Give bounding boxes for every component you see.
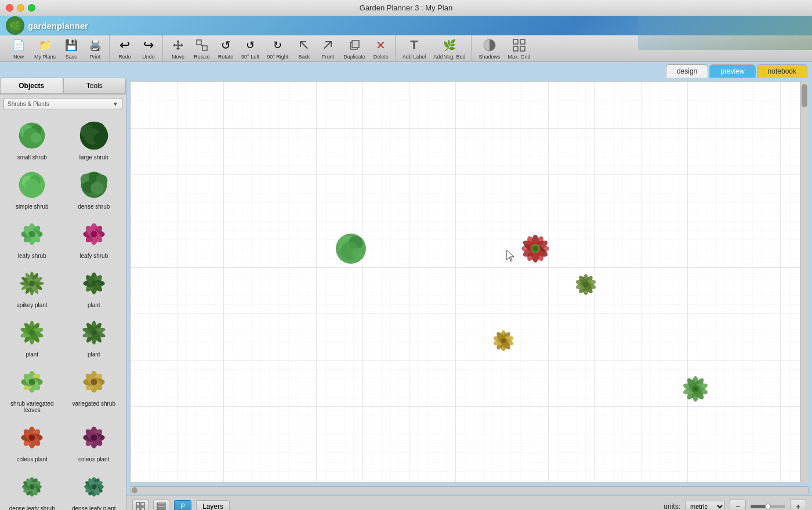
rotate-left-button[interactable]: ↺ 90° Left — [238, 35, 263, 61]
sidebar-tabs: Objects Tools — [0, 78, 126, 94]
my-plans-button[interactable]: 📁 My Plans — [31, 35, 59, 61]
list-item[interactable]: variegated shrub — [64, 362, 124, 416]
list-item[interactable]: plant — [64, 313, 124, 360]
list-item[interactable]: dense leafy plant — [64, 467, 124, 510]
save-button[interactable]: 💾 Save — [60, 35, 83, 61]
layers-button[interactable]: Layers — [196, 500, 230, 511]
zoom-slider[interactable] — [751, 505, 785, 508]
svg-point-132 — [694, 387, 697, 391]
tab-bar: design preview notebook — [0, 62, 812, 78]
list-item[interactable]: spikey plant — [2, 264, 62, 311]
canvas-container[interactable] — [130, 81, 809, 483]
horizontal-scrollbar[interactable] — [130, 486, 809, 494]
rotate-right-button[interactable]: ↻ 90° Right — [263, 35, 292, 61]
list-item[interactable]: simple shrub — [2, 165, 62, 212]
plant-label-shrub-variegated: shrub variegated leaves — [3, 400, 61, 413]
list-item[interactable]: leafy shrub — [2, 214, 62, 261]
view-tools-group: Shadows Max. Grid — [473, 35, 536, 61]
zoom-out-button[interactable]: − — [730, 500, 746, 511]
front-button[interactable]: Front — [316, 35, 339, 61]
list-item[interactable]: small shrub — [2, 116, 62, 163]
list-item[interactable]: plant — [2, 313, 62, 360]
tab-objects[interactable]: Objects — [0, 78, 63, 94]
banner-decoration — [638, 16, 812, 50]
grid-view-button[interactable] — [132, 500, 148, 511]
list-item[interactable]: dense leafy shrub — [2, 467, 62, 510]
plant-label-coleus-2: coleus plant — [78, 456, 109, 462]
svg-point-51 — [91, 280, 96, 286]
add-label-icon: T — [406, 37, 422, 53]
garden-canvas[interactable] — [130, 82, 808, 482]
redo-label: Redo — [118, 54, 131, 60]
back-button[interactable]: Back — [292, 35, 316, 61]
rotate-left-icon: ↺ — [242, 37, 259, 53]
back-icon — [296, 37, 312, 53]
point-mode-button[interactable]: P — [174, 500, 191, 511]
shadows-icon — [481, 37, 498, 53]
window-title: Garden Planner 3 : My Plan — [360, 3, 452, 12]
svg-point-23 — [25, 179, 39, 193]
list-item[interactable]: plant — [64, 264, 124, 311]
new-button[interactable]: 📄 New — [7, 35, 30, 61]
svg-point-19 — [93, 133, 106, 145]
add-label-label: Add Label — [403, 54, 426, 60]
v-scrollbar-thumb[interactable] — [802, 84, 807, 107]
rotate-button[interactable]: ↺ Rotate — [214, 35, 237, 61]
rotate-icon: ↺ — [217, 37, 234, 53]
svg-point-46 — [30, 280, 35, 286]
zoom-in-button[interactable]: + — [790, 500, 806, 511]
add-veg-bed-icon: 🌿 — [441, 37, 458, 53]
vertical-scrollbar[interactable] — [800, 82, 808, 482]
canvas-area: P Layers units: metric imperial − + — [126, 78, 812, 510]
svg-point-90 — [30, 484, 35, 489]
redo-icon: ↩ — [117, 37, 133, 53]
add-label-button[interactable]: T Add Label — [399, 35, 430, 61]
duplicate-label: Duplicate — [343, 54, 365, 60]
redo-button[interactable]: ↩ Redo — [113, 35, 136, 61]
h-scrollbar-thumb[interactable] — [132, 487, 137, 493]
print-button[interactable]: 🖨️ Print — [84, 35, 107, 61]
category-dropdown[interactable]: Shrubs & Plants ▼ — [3, 98, 122, 110]
new-icon: 📄 — [10, 37, 27, 53]
maximize-button[interactable] — [28, 4, 35, 12]
list-item[interactable]: coleus plant — [64, 418, 124, 465]
tab-preview[interactable]: preview — [709, 64, 755, 78]
close-button[interactable] — [6, 4, 13, 12]
plant-label-coleus-1: coleus plant — [17, 456, 48, 462]
tab-design[interactable]: design — [666, 64, 708, 78]
zoom-slider-thumb[interactable] — [765, 504, 771, 509]
add-veg-bed-label: Add Veg. Bed — [433, 54, 465, 60]
plant-grid: small shrub large shrub simple shrub — [0, 114, 126, 510]
plant-icon-leafy-shrub-1 — [14, 217, 49, 252]
svg-rect-139 — [157, 506, 165, 508]
list-item[interactable]: large shrub — [64, 116, 124, 163]
delete-button[interactable]: ✕ Delete — [369, 35, 393, 61]
plant-label-plant-3: plant — [88, 351, 100, 358]
move-button[interactable]: Move — [166, 35, 190, 61]
canvas-plant-1[interactable] — [336, 234, 366, 264]
max-grid-icon — [511, 37, 527, 53]
app-logo-text: gardenplanner — [28, 21, 88, 31]
list-view-button[interactable] — [153, 500, 169, 511]
list-item[interactable]: leafy shrub — [64, 214, 124, 261]
plant-label-variegated-shrub: variegated shrub — [72, 400, 116, 407]
list-item[interactable]: dense shrub — [64, 165, 124, 212]
units-select[interactable]: metric imperial — [685, 501, 725, 511]
duplicate-button[interactable]: Duplicate — [340, 35, 369, 61]
resize-button[interactable]: Resize — [190, 35, 213, 61]
tab-notebook[interactable]: notebook — [757, 64, 807, 78]
plant-label-plant-1: plant — [88, 302, 100, 308]
minimize-button[interactable] — [17, 4, 24, 12]
shadows-button[interactable]: Shadows — [475, 35, 503, 61]
svg-rect-7 — [520, 39, 525, 44]
list-item[interactable]: shrub variegated leaves — [2, 362, 62, 416]
list-item[interactable]: coleus plant — [2, 418, 62, 465]
svg-point-14 — [31, 132, 42, 143]
add-veg-bed-button[interactable]: 🌿 Add Veg. Bed — [430, 35, 469, 61]
rotate-left-label: 90° Left — [241, 54, 259, 60]
tab-tools[interactable]: Tools — [63, 78, 126, 94]
save-label: Save — [66, 54, 78, 60]
undo-button[interactable]: ↪ Undo — [137, 35, 160, 61]
max-grid-button[interactable]: Max. Grid — [504, 35, 534, 61]
undo-label: Undo — [142, 54, 155, 60]
